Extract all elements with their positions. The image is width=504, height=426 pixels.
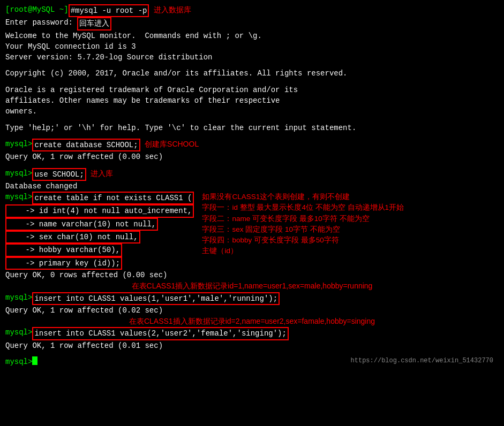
mysql-prompt-final: mysql> (5, 356, 32, 367)
annotation-insert1-line: 在表CLASS1插入新数据记录id=1,name=user1,sex=male,… (5, 280, 499, 292)
line-create-db: mysql>create database SCHOOL; 创建库SCHOOL (5, 139, 499, 151)
oracle-text-2: affiliates. Other names may be trademark… (5, 95, 280, 106)
annotation-ct-2: 字段二：name 可变长度字段 最多10字符 不能为空 (202, 214, 404, 224)
mysql-prompt-4: mysql> (5, 292, 32, 303)
line-oracle-1: Oracle is a registered trademark of Orac… (5, 85, 499, 95)
cmd-mysql-login: #mysql -u root -p (69, 4, 149, 17)
line-help: Type 'help;' or '\h' for help. Type '\c'… (5, 123, 499, 133)
mysql-prompt-2: mysql> (5, 168, 32, 179)
mysql-prompt-3: mysql> (5, 192, 32, 202)
line-enter-password: Enter password: 回车进入 (5, 17, 499, 30)
cmd-ct-pk: -> primary key (id)); (5, 257, 122, 270)
welcome-text: Welcome to the MySQL monitor. Commands e… (5, 31, 262, 41)
line-copyright: Copyright (c) 2000, 2017, Oracle and/or … (5, 68, 499, 79)
prompt-root: [root@MySQL ~] (5, 4, 69, 15)
connection-id-text: Your MySQL connection id is 3 (5, 41, 136, 52)
annotation-ct-4: 字段四：bobby 可变长度字段 最多50字符 (202, 235, 404, 246)
line-db-changed: Database changed (5, 181, 499, 192)
annotation-ct-3: 字段三：sex 固定度字段 10字节 不能为空 (202, 224, 404, 235)
annotation-ct-1: 字段一：id 整型 最大显示长度4位 不能为空 自动递增从1开始 (202, 202, 404, 213)
cmd-insert1: insert into CLASS1 values(1,'user1','mal… (32, 292, 280, 305)
annotation-insert2-text: 在表CLASS1插入新数据记录id=2,name=user2,sex=famal… (129, 317, 375, 325)
create-table-section: mysql>create table if not exists CLASS1 … (5, 192, 499, 270)
line-ct-4: -> hobby varchar(50), (5, 244, 194, 256)
line-ct-2: -> name varchar(10) not null, (5, 218, 194, 231)
line-welcome: Welcome to the MySQL monitor. Commands e… (5, 31, 499, 41)
password-label: Enter password: (5, 17, 77, 28)
line-use-school: mysql>use SCHOOL; 进入库 (5, 168, 499, 181)
query-ok-text-0: Query OK, 0 rows affected (0.00 sec) (5, 270, 167, 280)
line-insert1: mysql>insert into CLASS1 values(1,'user1… (5, 292, 499, 305)
annotation-insert2-line: 在表CLASS1插入新数据记录id=2,name=user2,sex=famal… (5, 316, 499, 327)
oracle-text-3: owners. (5, 106, 37, 117)
db-changed-text: Database changed (5, 181, 77, 192)
line-query-ok-0: Query OK, 0 rows affected (0.00 sec) (5, 270, 499, 280)
line-server-version: Server version: 5.7.20-log Source distri… (5, 52, 499, 63)
cursor (32, 356, 37, 365)
line-query-ok-insert1: Query OK, 1 row affected (0.02 sec) (5, 305, 499, 316)
line-oracle-3: owners. (5, 106, 499, 117)
annotation-ct-title: 如果没有CLASS1这个表则创建，有则不创建 (202, 192, 404, 202)
line-login-cmd: [root@MySQL ~]#mysql -u root -p 进入数据库 (5, 4, 499, 17)
cmd-ct-id: -> id int(4) not null auto_increment, (5, 204, 194, 217)
cmd-ct-sex: -> sex char(10) not null, (5, 231, 140, 244)
line-ct-start: mysql>create table if not exists CLASS1 … (5, 192, 194, 204)
line-insert2: mysql>insert into CLASS1 values(2,'user2… (5, 327, 499, 340)
oracle-text-1: Oracle is a registered trademark of Orac… (5, 85, 298, 95)
line-oracle-2: affiliates. Other names may be trademark… (5, 95, 499, 106)
footer-url: https://blog.csdn.net/weixin_51432770 (351, 357, 493, 364)
copyright-text: Copyright (c) 2000, 2017, Oracle and/or … (5, 68, 348, 79)
query-ok-insert2-text: Query OK, 1 row affected (0.01 sec) (5, 340, 163, 351)
line-ct-5: -> primary key (id)); (5, 257, 194, 270)
cmd-use-school: use SCHOOL; (32, 168, 86, 181)
cmd-ct-name: -> name varchar(10) not null, (5, 218, 158, 231)
line-ct-1: -> id int(4) not null auto_increment, (5, 204, 194, 217)
mysql-prompt-1: mysql> (5, 139, 32, 149)
query-ok-text-1: Query OK, 1 row affected (0.00 sec) (5, 151, 163, 162)
query-ok-insert1-text: Query OK, 1 row affected (0.02 sec) (5, 305, 163, 316)
annotation-insert1-text: 在表CLASS1插入新数据记录id=1,name=user1,sex=male,… (132, 282, 373, 290)
annotation-enter-db: 进入数据库 (154, 4, 191, 15)
mysql-prompt-5: mysql> (5, 327, 32, 338)
line-ct-3: -> sex char(10) not null, (5, 231, 194, 244)
line-query-ok-1: Query OK, 1 row affected (0.00 sec) (5, 151, 499, 162)
cmd-ct-hobby: -> hobby varchar(50), (5, 244, 122, 256)
create-table-cmd-lines: mysql>create table if not exists CLASS1 … (5, 192, 194, 270)
cmd-create-table-start: create table if not exists CLASS1 ( (32, 192, 194, 204)
line-connection-id: Your MySQL connection id is 3 (5, 41, 499, 52)
create-table-annotations: 如果没有CLASS1这个表则创建，有则不创建 字段一：id 整型 最大显示长度4… (202, 192, 404, 257)
annotation-enter-key: 回车进入 (77, 17, 111, 30)
cmd-create-db: create database SCHOOL; (32, 139, 140, 151)
server-version-text: Server version: 5.7.20-log Source distri… (5, 52, 212, 63)
annotation-create-db: 创建库SCHOOL (145, 139, 199, 149)
terminal-window: [root@MySQL ~]#mysql -u root -p 进入数据库 En… (5, 4, 499, 367)
annotation-ct-5: 主键（id） (202, 246, 404, 256)
cmd-insert2: insert into CLASS1 values(2,'user2','fem… (32, 327, 288, 340)
annotation-use: 进入库 (91, 168, 113, 179)
help-text: Type 'help;' or '\h' for help. Type '\c'… (5, 123, 356, 133)
line-query-ok-insert2: Query OK, 1 row affected (0.01 sec) (5, 340, 499, 351)
